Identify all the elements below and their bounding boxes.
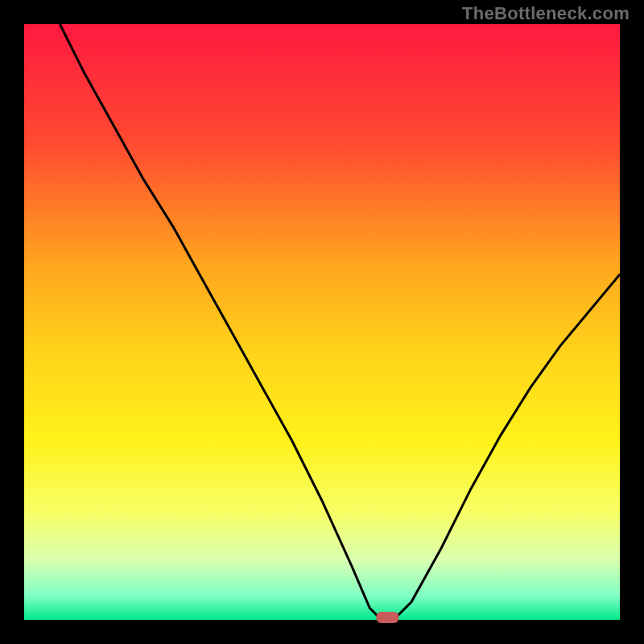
- plot-background: [24, 24, 620, 620]
- bottleneck-chart: [0, 0, 644, 644]
- chart-frame: { "watermark": "TheBottleneck.com", "cha…: [0, 0, 644, 644]
- optimal-marker: [376, 612, 398, 623]
- watermark-text: TheBottleneck.com: [462, 3, 630, 24]
